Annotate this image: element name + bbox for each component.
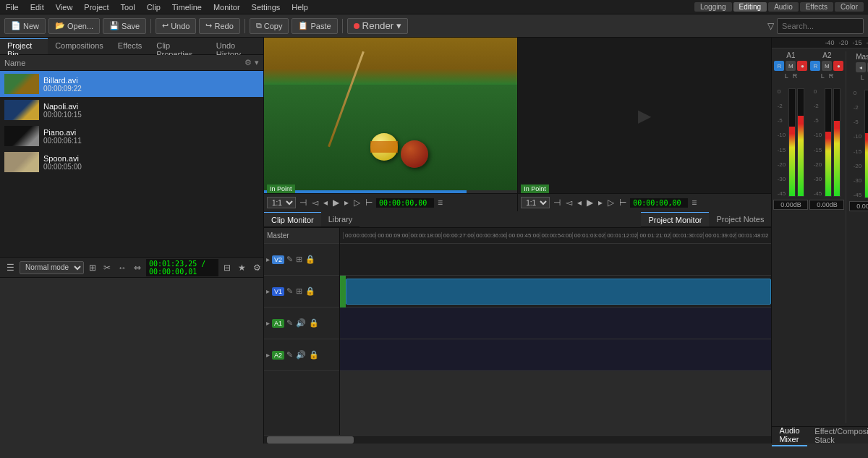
- render-button[interactable]: Render ▾: [347, 18, 409, 34]
- right-panel: -40 -20 -15 -11 -8 A1 R M ● L R: [771, 38, 868, 444]
- a1-expand[interactable]: ▸: [265, 319, 271, 327]
- proj-step-fwd-btn[interactable]: ▷: [606, 197, 616, 208]
- menu-timeline[interactable]: Timeline: [171, 3, 203, 12]
- a2-lock-btn[interactable]: 🔒: [308, 350, 320, 360]
- tl-zoom-btn[interactable]: ⊟: [221, 262, 233, 273]
- v2-edit-btn[interactable]: ✎: [286, 255, 294, 264]
- open-button[interactable]: 📂 Open...: [48, 18, 100, 34]
- workspace-logging[interactable]: Logging: [694, 2, 732, 12]
- tab-undo-history[interactable]: Undo History: [209, 38, 263, 54]
- menu-edit[interactable]: Edit: [29, 3, 46, 12]
- list-item[interactable]: Piano.avi 00:00:06:11: [0, 123, 263, 149]
- tl-snap-btn[interactable]: ⊞: [87, 262, 98, 273]
- v1-composite-btn[interactable]: ⊞: [295, 287, 303, 296]
- clip-step-back-btn[interactable]: ◅: [310, 197, 320, 208]
- menu-monitor[interactable]: Monitor: [212, 3, 242, 12]
- save-button[interactable]: 💾 Save: [103, 18, 146, 34]
- v1-expand[interactable]: ▸: [265, 287, 271, 295]
- clip-next-btn[interactable]: ⊢: [364, 197, 374, 208]
- v2-composite-btn[interactable]: ⊞: [295, 255, 303, 264]
- menu-project[interactable]: Project: [82, 3, 110, 12]
- video-clip-v1[interactable]: [346, 279, 771, 305]
- timeline-scrollbar[interactable]: [264, 435, 771, 444]
- proj-play-back-btn[interactable]: ◂: [576, 197, 583, 208]
- proj-play-btn[interactable]: ▶: [585, 197, 595, 208]
- tab-project-monitor[interactable]: Project Monitor: [641, 212, 709, 226]
- a1-mute-btn[interactable]: 🔊: [295, 318, 307, 328]
- proj-play-fwd-btn[interactable]: ▸: [597, 197, 604, 208]
- project-monitor-tabs: Project Monitor Project Notes: [641, 211, 771, 227]
- a2-record-btn[interactable]: ●: [833, 61, 843, 71]
- tab-library[interactable]: Library: [321, 212, 360, 226]
- tab-project-bin[interactable]: Project Bin: [0, 38, 48, 54]
- timeline-tracks: 00:00:00:00 00:00:09:00 00:00:18:00 00:0…: [340, 228, 771, 435]
- new-button[interactable]: 📄 New: [4, 18, 46, 34]
- clip-menu-btn[interactable]: ≡: [436, 197, 444, 208]
- a2-mute-btn[interactable]: 🔊: [295, 350, 307, 360]
- a1-active-btn[interactable]: R: [774, 61, 784, 71]
- tl-slip-btn[interactable]: ↔: [116, 262, 129, 273]
- proj-menu-btn[interactable]: ≡: [690, 197, 698, 208]
- tab-effect-stack[interactable]: Effect/Composition Stack: [807, 425, 868, 446]
- v1-lock-btn[interactable]: 🔒: [305, 287, 316, 296]
- menu-clip[interactable]: Clip: [145, 3, 162, 12]
- tl-more-btn[interactable]: ★: [236, 262, 248, 273]
- clip-play-btn[interactable]: ▶: [331, 197, 341, 208]
- undo-button[interactable]: ↩ Undo: [156, 18, 196, 34]
- workspace-effects[interactable]: Effects: [800, 2, 833, 12]
- filter-btn[interactable]: ⚙: [244, 58, 252, 67]
- workspace-editing[interactable]: Editing: [733, 2, 767, 12]
- project-monitor-controls: 1:1 ⊣ ◅ ◂ ▶ ▸ ▷ ⊢ 00:00:00,00 ≡: [518, 193, 771, 211]
- tab-audio-mixer[interactable]: Audio Mixer: [772, 425, 807, 446]
- a1-lock-btn[interactable]: 🔒: [308, 318, 320, 328]
- tab-compositions[interactable]: Compositions: [48, 38, 111, 54]
- clip-play-back-btn[interactable]: ◂: [322, 197, 329, 208]
- tl-menu-btn[interactable]: ☰: [4, 262, 17, 273]
- a1-mute-btn[interactable]: M: [786, 61, 796, 71]
- clip-ratio-select[interactable]: 1:1: [267, 197, 296, 208]
- tab-clip-monitor[interactable]: Clip Monitor: [264, 212, 321, 226]
- menu-tool[interactable]: Tool: [119, 3, 137, 12]
- a2-mute-btn[interactable]: M: [822, 61, 832, 71]
- proj-next-btn[interactable]: ⊢: [618, 197, 628, 208]
- a2-active-btn[interactable]: R: [810, 61, 820, 71]
- workspace-color[interactable]: Color: [835, 2, 864, 12]
- menu-help[interactable]: Help: [290, 3, 310, 12]
- v1-edit-btn[interactable]: ✎: [286, 287, 294, 296]
- a1-lr-labels: L R: [785, 72, 798, 80]
- v2-expand[interactable]: ▸: [265, 255, 271, 263]
- mode-select[interactable]: Normal mode: [20, 261, 84, 274]
- a2-edit-btn[interactable]: ✎: [286, 350, 294, 360]
- master-btn1[interactable]: ◂: [856, 62, 866, 72]
- menu-file[interactable]: File: [4, 3, 20, 12]
- paste-button[interactable]: 📋 Paste: [292, 18, 337, 34]
- menu-view[interactable]: View: [54, 3, 75, 12]
- workspace-audio[interactable]: Audio: [768, 2, 799, 12]
- clip-play-fwd-btn[interactable]: ▸: [343, 197, 350, 208]
- scrollbar-thumb[interactable]: [267, 436, 354, 444]
- list-item[interactable]: Spoon.avi 00:00:05:00: [0, 149, 263, 175]
- proj-step-back-btn[interactable]: ◅: [564, 197, 574, 208]
- a2-lr-labels: L R: [821, 72, 834, 80]
- tab-clip-properties[interactable]: Clip Properties: [149, 38, 209, 54]
- project-ratio-select[interactable]: 1:1: [521, 197, 550, 208]
- v2-lock-btn[interactable]: 🔒: [305, 255, 316, 264]
- tab-project-notes[interactable]: Project Notes: [709, 212, 771, 226]
- copy-button[interactable]: ⧉ Copy: [250, 18, 289, 34]
- master-value: 0.00dB: [849, 201, 868, 211]
- redo-button[interactable]: ↪ Redo: [199, 18, 239, 34]
- menu-settings[interactable]: Settings: [250, 3, 282, 12]
- clip-step-fwd-btn[interactable]: ▷: [352, 197, 362, 208]
- a1-edit-btn[interactable]: ✎: [286, 318, 294, 328]
- list-item[interactable]: Napoli.avi 00:00:10:15: [0, 97, 263, 123]
- list-item[interactable]: Billard.avi 00:00:09:22: [0, 71, 263, 97]
- tab-effects[interactable]: Effects: [111, 38, 149, 54]
- search-input[interactable]: [777, 18, 864, 34]
- a1-record-btn[interactable]: ●: [797, 61, 807, 71]
- tl-razor-btn[interactable]: ✂: [101, 262, 113, 273]
- tl-slide-btn[interactable]: ⇔: [132, 262, 143, 273]
- tl-settings-btn[interactable]: ⚙: [251, 262, 263, 273]
- clip-prev-btn[interactable]: ⊣: [298, 197, 308, 208]
- a2-expand[interactable]: ▸: [265, 351, 271, 359]
- proj-prev-btn[interactable]: ⊣: [552, 197, 562, 208]
